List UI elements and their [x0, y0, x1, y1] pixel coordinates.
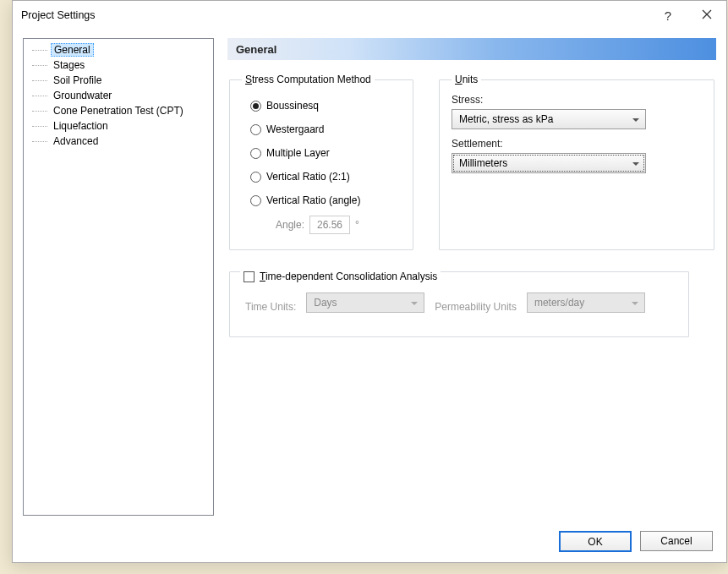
tree-label: General: [51, 43, 94, 57]
time-dependent-group: x Time-dependent Consolidation Analysis …: [229, 265, 689, 337]
radio-icon: [250, 148, 261, 159]
time-dependent-checkbox[interactable]: Time-dependent Consolidation Analysis: [240, 271, 441, 282]
settlement-units-label: Settlement:: [452, 138, 702, 150]
tree-branch-icon: [32, 126, 47, 127]
radio-icon: [250, 124, 261, 135]
time-units-label: Time Units:: [245, 301, 296, 313]
tree-item-stages[interactable]: Stages: [27, 57, 210, 73]
tree-item-general[interactable]: General: [27, 42, 210, 57]
ok-button[interactable]: OK: [559, 531, 632, 552]
stress-units-select[interactable]: Metric, stress as kPa: [452, 109, 646, 129]
chevron-down-icon: [632, 159, 640, 167]
angle-label: Angle:: [276, 219, 304, 231]
perm-units-label: Permeability Units: [435, 301, 517, 313]
tree-item-soil-profile[interactable]: Soil Profile: [27, 73, 210, 88]
angle-unit: °: [355, 219, 359, 231]
close-icon: [702, 8, 712, 22]
checkbox-icon: [244, 271, 255, 282]
radio-label: Boussinesq: [266, 100, 319, 112]
combo-value: meters/day: [534, 297, 584, 309]
tree-branch-icon: [32, 111, 47, 112]
nav-tree[interactable]: General Stages Soil Profile Groundwater …: [23, 38, 214, 516]
radio-multiple-layer[interactable]: Multiple Layer: [242, 141, 401, 165]
radio-label: Vertical Ratio (2:1): [266, 171, 350, 183]
perm-units-select: meters/day: [527, 292, 645, 313]
combo-value: Metric, stress as kPa: [459, 113, 553, 125]
combo-value: Days: [314, 297, 337, 309]
radio-boussinesq[interactable]: Boussinesq: [242, 94, 401, 118]
tree-branch-icon: [32, 96, 47, 96]
settlement-units-select[interactable]: Millimeters: [452, 153, 646, 173]
radio-vertical-ratio-angle[interactable]: Vertical Ratio (angle): [242, 189, 401, 212]
tree-label: Stages: [51, 59, 87, 71]
tree-label: Soil Profile: [51, 74, 104, 86]
units-group: Units Stress: Metric, stress as kPa Sett…: [439, 74, 714, 250]
tree-label: Advanced: [51, 135, 101, 147]
radio-icon: [250, 172, 261, 183]
titlebar: Project Settings ?: [13, 1, 726, 30]
window-title: Project Settings: [21, 9, 649, 21]
tree-branch-icon: [32, 50, 47, 51]
angle-row: Angle: 26.56 °: [242, 212, 401, 238]
stress-units-label: Stress:: [452, 94, 702, 106]
chevron-down-icon: [410, 298, 419, 307]
cancel-button[interactable]: Cancel: [640, 531, 713, 551]
tree-branch-icon: [32, 65, 47, 66]
help-button[interactable]: ?: [649, 3, 687, 28]
radio-label: Vertical Ratio (angle): [266, 194, 360, 206]
tree-item-advanced[interactable]: Advanced: [27, 134, 210, 149]
tree-item-cpt[interactable]: Cone Penetration Test (CPT): [27, 103, 210, 118]
dialog-footer: OK Cancel: [13, 526, 726, 562]
project-settings-dialog: Project Settings ? General Stages Soil P…: [12, 0, 727, 563]
chevron-down-icon: [632, 115, 640, 123]
units-legend: Units: [452, 74, 481, 85]
time-units-select: Days: [306, 292, 424, 313]
tree-label: Cone Penetration Test (CPT): [51, 105, 186, 117]
radio-label: Multiple Layer: [266, 147, 330, 159]
angle-input: 26.56: [309, 216, 350, 234]
radio-icon: [250, 195, 261, 206]
close-button[interactable]: [687, 3, 726, 28]
radio-label: Westergaard: [266, 123, 324, 135]
tree-label: Groundwater: [51, 90, 114, 101]
stress-method-legend: Stress Computation Method: [242, 74, 375, 85]
tree-item-groundwater[interactable]: Groundwater: [27, 88, 210, 103]
radio-westergaard[interactable]: Westergaard: [242, 118, 401, 141]
panel-title: General: [227, 38, 716, 60]
right-panel: General Stress Computation Method Boussi…: [227, 38, 716, 516]
radio-vertical-ratio-21[interactable]: Vertical Ratio (2:1): [242, 165, 401, 189]
chevron-down-icon: [631, 298, 639, 307]
tree-label: Liquefaction: [51, 120, 111, 132]
tree-item-liquefaction[interactable]: Liquefaction: [27, 118, 210, 134]
combo-value: Millimeters: [459, 157, 507, 169]
stress-method-group: Stress Computation Method Boussinesq Wes…: [229, 74, 413, 250]
radio-icon: [250, 101, 261, 112]
tree-branch-icon: [32, 141, 47, 142]
tree-branch-icon: [32, 80, 47, 81]
